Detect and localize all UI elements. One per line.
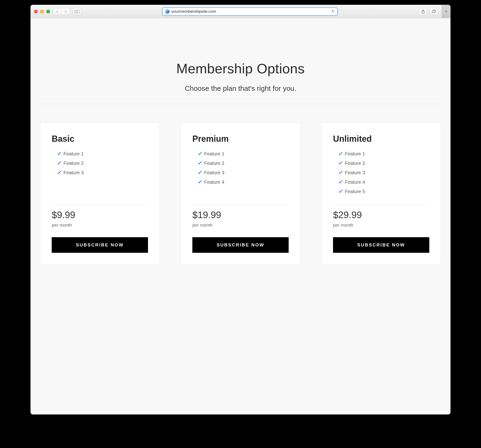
feature-item: ✓Feature 5 (338, 187, 429, 196)
feature-label: Feature 2 (345, 161, 365, 166)
page-content: Membership Options Choose the plan that'… (31, 18, 450, 414)
window-controls (34, 10, 50, 14)
feature-item: ✓Feature 1 (338, 149, 429, 158)
feature-label: Feature 5 (345, 189, 365, 194)
address-bar[interactable]: ↻ (163, 8, 337, 15)
plans-grid: Basic✓Feature 1✓Feature 2✓Feature 3$9.99… (40, 123, 441, 264)
feature-label: Feature 4 (345, 179, 365, 185)
feature-label: Feature 3 (63, 170, 84, 176)
feature-item: ✓Feature 1 (57, 149, 148, 158)
feature-label: Feature 1 (63, 151, 84, 157)
check-icon: ✓ (338, 179, 342, 185)
back-button[interactable] (53, 8, 61, 15)
sidebar-icon (75, 10, 79, 13)
minimize-window-button[interactable] (40, 10, 44, 14)
sidebar-toggle-button[interactable] (73, 8, 81, 15)
plus-icon: + (445, 9, 448, 14)
share-button[interactable] (419, 8, 427, 15)
plan-name: Unlimited (333, 134, 429, 144)
plan-period: per month (333, 223, 429, 228)
plan-divider (333, 205, 429, 205)
chevron-left-icon (56, 10, 59, 13)
tabs-overview-button[interactable] (429, 8, 438, 15)
plan-price: $9.99 (52, 210, 148, 220)
plan-card-premium: Premium✓Feature 1✓Feature 2✓Feature 3✓Fe… (181, 123, 300, 264)
check-icon: ✓ (338, 169, 342, 176)
forward-button[interactable] (61, 8, 70, 15)
plan-price: $29.99 (333, 210, 429, 220)
subscribe-button[interactable]: SUBSCRIBE NOW (192, 237, 289, 253)
plan-period: per month (52, 223, 148, 228)
browser-window: ↻ + Membership Options Choos (30, 5, 451, 415)
feature-item: ✓Feature 2 (338, 158, 429, 168)
feature-item: ✓Feature 3 (338, 168, 429, 177)
plan-card-unlimited: Unlimited✓Feature 1✓Feature 2✓Feature 3✓… (322, 123, 441, 264)
nav-button-group (53, 8, 70, 15)
plan-divider (192, 205, 289, 205)
check-icon: ✓ (197, 151, 202, 157)
fullscreen-window-button[interactable] (46, 10, 50, 14)
check-icon: ✓ (197, 169, 202, 176)
section-divider (40, 104, 441, 104)
plan-name: Basic (52, 134, 148, 144)
feature-item: ✓Feature 2 (57, 158, 148, 168)
chevron-right-icon (64, 10, 67, 13)
reload-button[interactable]: ↻ (330, 9, 335, 14)
new-tab-button[interactable]: + (442, 5, 450, 18)
check-icon: ✓ (338, 160, 342, 166)
feature-item: ✓Feature 2 (197, 158, 289, 168)
toolbar-right-group (419, 8, 438, 15)
browser-toolbar: ↻ + (31, 5, 450, 18)
check-icon: ✓ (338, 151, 342, 157)
feature-item: ✓Feature 1 (197, 149, 289, 158)
globe-icon (165, 9, 169, 14)
feature-item: ✓Feature 3 (197, 168, 289, 177)
plan-features: ✓Feature 1✓Feature 2✓Feature 3 (52, 149, 148, 177)
close-window-button[interactable] (34, 10, 38, 14)
feature-label: Feature 3 (204, 170, 225, 176)
check-icon: ✓ (338, 188, 342, 195)
plan-period: per month (192, 223, 289, 228)
plan-features: ✓Feature 1✓Feature 2✓Feature 3✓Feature 4 (192, 149, 289, 187)
feature-label: Feature 4 (204, 179, 225, 185)
feature-label: Feature 1 (345, 151, 365, 157)
tabs-icon (432, 10, 436, 13)
check-icon: ✓ (57, 169, 61, 176)
feature-label: Feature 1 (204, 151, 225, 157)
feature-label: Feature 2 (63, 161, 84, 166)
page-subtitle: Choose the plan that's right for you. (40, 84, 441, 92)
plan-divider (52, 205, 148, 205)
feature-item: ✓Feature 4 (338, 177, 429, 187)
url-input[interactable] (171, 9, 328, 14)
feature-item: ✓Feature 4 (197, 177, 289, 187)
plan-name: Premium (192, 134, 289, 144)
feature-label: Feature 2 (204, 161, 225, 166)
plan-price: $19.99 (192, 210, 289, 220)
plan-card-basic: Basic✓Feature 1✓Feature 2✓Feature 3$9.99… (40, 123, 159, 264)
check-icon: ✓ (57, 160, 61, 166)
check-icon: ✓ (57, 151, 61, 157)
check-icon: ✓ (197, 179, 202, 185)
share-icon (421, 9, 425, 14)
address-bar-container: ↻ (84, 8, 416, 15)
plan-features: ✓Feature 1✓Feature 2✓Feature 3✓Feature 4… (333, 149, 429, 196)
svg-rect-2 (432, 11, 435, 13)
feature-label: Feature 3 (345, 170, 365, 176)
subscribe-button[interactable]: SUBSCRIBE NOW (52, 237, 148, 253)
page-title: Membership Options (40, 61, 441, 76)
feature-item: ✓Feature 3 (57, 168, 148, 177)
check-icon: ✓ (197, 160, 202, 166)
subscribe-button[interactable]: SUBSCRIBE NOW (333, 237, 429, 253)
